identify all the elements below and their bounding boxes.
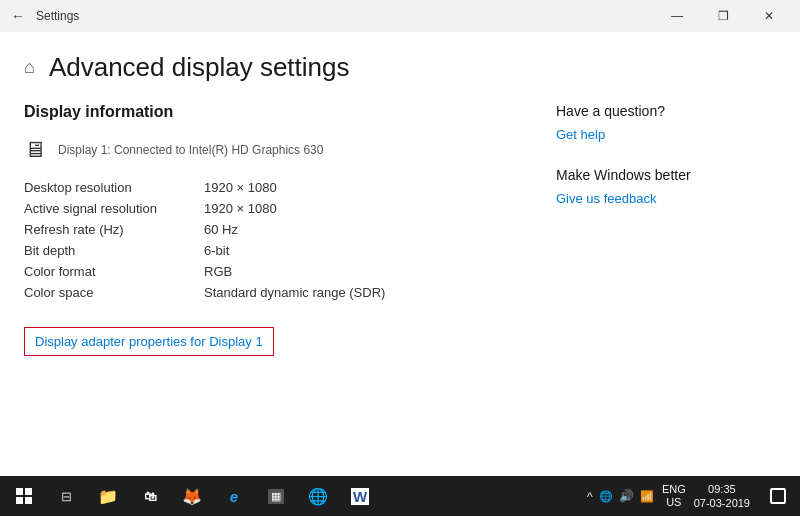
get-help-link[interactable]: Get help [556,127,605,142]
chevron-up-icon[interactable]: ^ [587,489,593,504]
store-icon: 🛍 [144,489,157,504]
task-view-icon: ⊟ [61,489,72,504]
titlebar: ← Settings — ❐ ✕ [0,0,800,32]
titlebar-controls: — ❐ ✕ [654,0,792,32]
taskbar: ⊟ 📁 🛍 🦊 e ▦ 🌐 W ^ 🌐 🔊 📶 ENG US [0,476,800,516]
table-row: Desktop resolution1920 × 1080 [24,177,516,198]
lang-top: ENG [662,483,686,496]
firefox-icon: 🦊 [182,487,202,506]
row-value: 1920 × 1080 [204,177,516,198]
word-button[interactable]: W [340,476,380,516]
row-value: Standard dynamic range (SDR) [204,282,516,303]
row-value: 1920 × 1080 [204,198,516,219]
content-area: ⌂ Advanced display settings Display info… [0,32,800,476]
minimize-button[interactable]: — [654,0,700,32]
wifi-icon: 📶 [640,490,654,503]
display-adapter-link[interactable]: Display adapter properties for Display 1 [24,327,274,356]
row-label: Refresh rate (Hz) [24,219,204,240]
table-row: Color formatRGB [24,261,516,282]
clock[interactable]: 09:35 07-03-2019 [694,482,750,511]
feedback-link[interactable]: Give us feedback [556,191,656,206]
network-icon: 🌐 [599,490,613,503]
row-label: Bit depth [24,240,204,261]
date: 07-03-2019 [694,496,750,510]
maximize-button[interactable]: ❐ [700,0,746,32]
make-better-section: Make Windows better Give us feedback [556,167,776,207]
lang-bot: US [666,496,681,509]
table-row: Refresh rate (Hz)60 Hz [24,219,516,240]
terminal-button[interactable]: ▦ [256,476,296,516]
table-row: Active signal resolution1920 × 1080 [24,198,516,219]
row-label: Active signal resolution [24,198,204,219]
windows-icon [16,488,32,504]
row-value: RGB [204,261,516,282]
edge-icon: e [230,488,238,505]
right-panel: Have a question? Get help Make Windows b… [556,103,776,460]
chrome-icon: 🌐 [308,487,328,506]
start-button[interactable] [4,476,44,516]
make-better-title: Make Windows better [556,167,776,183]
word-icon: W [351,488,369,505]
have-a-question-section: Have a question? Get help [556,103,776,143]
display-info-header: 🖥 Display 1: Connected to Intel(R) HD Gr… [24,137,516,163]
main-layout: Display information 🖥 Display 1: Connect… [24,103,776,460]
back-button[interactable]: ← [8,8,28,24]
time: 09:35 [708,482,736,496]
page-title: Advanced display settings [49,52,350,83]
tray-icons: ^ 🌐 🔊 📶 [587,489,654,504]
page-header: ⌂ Advanced display settings [24,52,776,83]
edge-button[interactable]: e [214,476,254,516]
table-row: Bit depth6-bit [24,240,516,261]
notification-icon [770,488,786,504]
file-explorer-button[interactable]: 📁 [88,476,128,516]
monitor-icon: 🖥 [24,137,46,163]
row-label: Color format [24,261,204,282]
volume-icon[interactable]: 🔊 [619,489,634,503]
question-title: Have a question? [556,103,776,119]
display-subtitle: Display 1: Connected to Intel(R) HD Grap… [58,143,323,157]
row-label: Color space [24,282,204,303]
row-label: Desktop resolution [24,177,204,198]
folder-icon: 📁 [98,487,118,506]
titlebar-title: Settings [36,9,654,23]
system-tray: ^ 🌐 🔊 📶 ENG US 09:35 07-03-2019 [587,476,796,516]
table-row: Color spaceStandard dynamic range (SDR) [24,282,516,303]
close-button[interactable]: ✕ [746,0,792,32]
store-button[interactable]: 🛍 [130,476,170,516]
section-title: Display information [24,103,516,121]
home-icon: ⌂ [24,57,35,78]
row-value: 6-bit [204,240,516,261]
notifications-button[interactable] [760,476,796,516]
info-table: Desktop resolution1920 × 1080Active sign… [24,177,516,303]
terminal-icon: ▦ [268,489,284,504]
firefox-button[interactable]: 🦊 [172,476,212,516]
task-view-button[interactable]: ⊟ [46,476,86,516]
language-indicator[interactable]: ENG US [662,483,686,509]
left-panel: Display information 🖥 Display 1: Connect… [24,103,556,460]
chrome-button[interactable]: 🌐 [298,476,338,516]
row-value: 60 Hz [204,219,516,240]
